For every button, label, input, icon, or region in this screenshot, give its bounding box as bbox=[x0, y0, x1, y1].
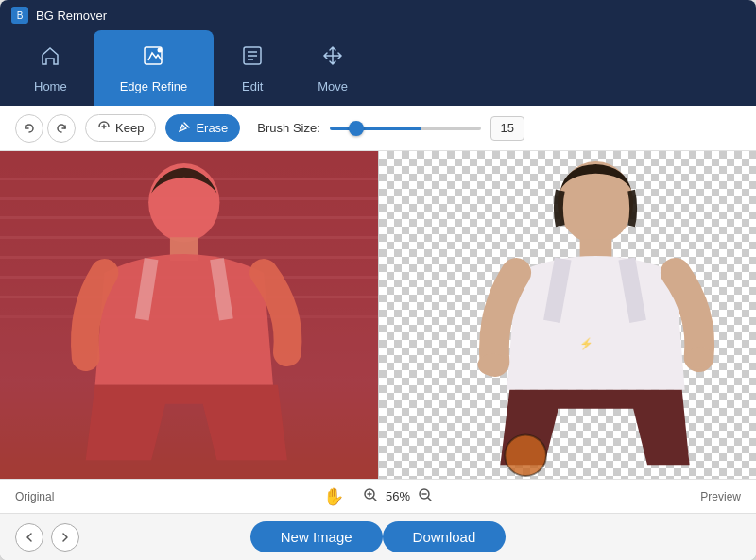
prev-button[interactable] bbox=[15, 523, 43, 552]
undo-button[interactable] bbox=[15, 114, 43, 143]
svg-point-3 bbox=[158, 47, 163, 52]
person-silhouette-left bbox=[0, 151, 378, 479]
erase-button[interactable]: Erase bbox=[165, 114, 240, 142]
main-area: ⚡ Original ✋ bbox=[0, 151, 756, 560]
nav-home-label: Home bbox=[34, 79, 67, 93]
brush-size-label: Brush Size: bbox=[257, 121, 319, 135]
app-icon: B bbox=[11, 7, 28, 24]
nav-arrows bbox=[15, 523, 79, 552]
new-image-button[interactable]: New Image bbox=[250, 521, 383, 552]
keep-label: Keep bbox=[115, 121, 144, 135]
zoom-controls: ✋ 56% bbox=[323, 486, 433, 507]
svg-point-15 bbox=[505, 434, 546, 476]
nav-move-label: Move bbox=[318, 79, 348, 93]
image-panels: ⚡ bbox=[0, 151, 756, 479]
nav-item-home[interactable]: Home bbox=[8, 30, 94, 106]
nav-edit-label: Edit bbox=[242, 79, 263, 93]
toolbar: Keep Erase Brush Size: 15 bbox=[0, 106, 756, 151]
next-button[interactable] bbox=[51, 523, 79, 552]
nav-item-move[interactable]: Move bbox=[291, 30, 374, 106]
erase-label: Erase bbox=[196, 121, 228, 135]
original-panel[interactable] bbox=[0, 151, 379, 479]
keep-button[interactable]: Keep bbox=[85, 114, 156, 142]
svg-text:B: B bbox=[17, 10, 24, 21]
svg-line-17 bbox=[373, 498, 376, 501]
undo-redo-group bbox=[15, 114, 76, 143]
home-icon bbox=[38, 43, 62, 72]
zoom-percent: 56% bbox=[386, 489, 410, 503]
brush-size-slider[interactable] bbox=[330, 127, 481, 130]
status-bar: Original ✋ 56% bbox=[0, 479, 756, 513]
title-bar: B BG Remover bbox=[0, 0, 756, 30]
preview-label: Preview bbox=[700, 490, 741, 503]
brush-size-value: 15 bbox=[490, 116, 524, 141]
app-window: B BG Remover Home Edge Refine bbox=[0, 0, 756, 560]
nav-item-edit[interactable]: Edit bbox=[214, 30, 291, 106]
svg-point-13 bbox=[477, 353, 507, 376]
download-button[interactable]: Download bbox=[383, 521, 507, 552]
keep-icon bbox=[97, 120, 111, 136]
move-icon bbox=[320, 43, 345, 72]
redo-button[interactable] bbox=[47, 114, 76, 143]
nav-edge-refine-label: Edge Refine bbox=[120, 79, 188, 93]
edit-icon bbox=[240, 43, 265, 72]
original-label: Original bbox=[15, 490, 54, 503]
zoom-in-icon[interactable] bbox=[363, 487, 378, 506]
action-bar: New Image Download bbox=[0, 513, 756, 560]
zoom-out-icon[interactable] bbox=[418, 487, 433, 506]
svg-line-21 bbox=[428, 498, 431, 501]
person-silhouette-right: ⚡ bbox=[379, 151, 757, 479]
preview-panel[interactable]: ⚡ bbox=[379, 151, 757, 479]
svg-text:⚡: ⚡ bbox=[579, 336, 593, 350]
erase-icon bbox=[178, 120, 191, 136]
nav-bar: Home Edge Refine Edit bbox=[0, 30, 756, 106]
edge-refine-icon bbox=[141, 43, 165, 72]
app-title: BG Remover bbox=[36, 8, 107, 23]
original-bg-scene bbox=[0, 151, 378, 479]
nav-item-edge-refine[interactable]: Edge Refine bbox=[94, 30, 215, 106]
hand-tool-icon[interactable]: ✋ bbox=[323, 486, 344, 507]
